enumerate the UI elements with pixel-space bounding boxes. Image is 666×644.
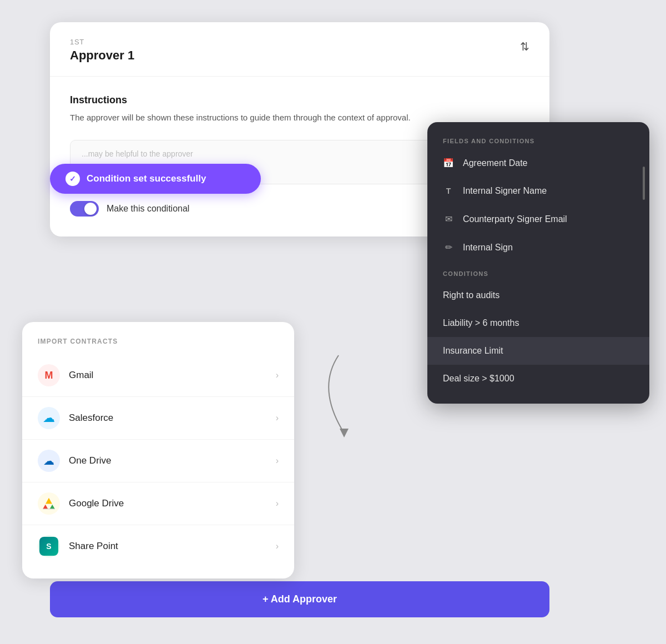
gdrive-label: Google Drive [69,498,276,509]
approver-order: 1ST [70,38,134,46]
svg-marker-0 [340,429,349,437]
gmail-chevron-icon: › [276,370,279,380]
import-item-sharepoint[interactable]: S Share Point › [22,525,294,567]
condition-item-insurance-limit[interactable]: Insurance Limit [427,337,649,365]
internal-signer-name-label: Internal Signer Name [463,186,547,196]
fields-conditions-panel: FIELDS AND CONDITIONS 📅 Agreement Date T… [427,122,649,404]
salesforce-icon: ☁ [38,407,60,429]
conditions-section-title: CONDITIONS [427,270,649,277]
conditional-toggle[interactable] [70,201,99,217]
onedrive-icon: ☁ [38,450,60,472]
insurance-limit-label: Insurance Limit [443,346,503,356]
email-icon: ✉ [443,214,454,224]
scrollbar[interactable] [643,167,645,200]
salesforce-label: Salesforce [69,412,276,424]
approver-title: Approver 1 [70,48,134,63]
success-toast: Condition set successfully [50,164,261,194]
gdrive-logo [42,497,56,510]
import-contracts-panel: IMPORT CONTRACTS M Gmail › ☁ Salesforce … [22,322,294,578]
agreement-date-label: Agreement Date [463,158,528,168]
import-item-onedrive[interactable]: ☁ One Drive › [22,440,294,482]
onedrive-chevron-icon: › [276,456,279,466]
sort-icon[interactable]: ⇅ [520,40,529,53]
import-item-gmail[interactable]: M Gmail › [22,354,294,397]
onedrive-label: One Drive [69,455,276,466]
conditions-section: CONDITIONS Right to audits Liability > 6… [427,270,649,393]
toggle-knob [84,203,97,215]
import-item-salesforce[interactable]: ☁ Salesforce › [22,397,294,440]
deal-size-label: Deal size > $1000 [443,374,514,384]
import-section-title: IMPORT CONTRACTS [22,338,294,345]
internal-sign-label: Internal Sign [463,243,513,253]
import-item-gdrive[interactable]: Google Drive › [22,482,294,525]
right-to-audits-label: Right to audits [443,290,500,300]
success-message: Condition set successfully [87,173,206,184]
fields-section-title: FIELDS AND CONDITIONS [427,138,649,144]
sharepoint-icon: S [38,535,60,557]
fields-item-counterparty-email[interactable]: ✉ Counterparty Signer Email [427,205,649,233]
salesforce-chevron-icon: › [276,413,279,423]
text-icon: T [443,187,454,195]
approver-info: 1ST Approver 1 [70,38,134,63]
sharepoint-label: Share Point [69,541,276,552]
success-check-icon [65,172,80,186]
liability-label: Liability > 6 months [443,318,519,328]
approver-header: 1ST Approver 1 ⇅ [50,22,549,77]
condition-item-liability[interactable]: Liability > 6 months [427,309,649,337]
curve-arrow-decoration [294,344,394,457]
counterparty-signer-email-label: Counterparty Signer Email [463,214,567,224]
sharepoint-logo: S [39,537,58,556]
toggle-label: Make this conditional [107,204,189,214]
instructions-heading: Instructions [70,94,529,106]
gdrive-chevron-icon: › [276,499,279,509]
condition-item-right-to-audits[interactable]: Right to audits [427,281,649,309]
sharepoint-chevron-icon: › [276,541,279,551]
gdrive-icon [38,492,60,515]
add-approver-button[interactable]: + Add Approver [50,581,549,617]
onedrive-logo: ☁ [43,454,54,467]
gmail-icon: M [38,364,60,386]
gmail-label: Gmail [69,370,276,381]
gmail-logo: M [45,370,53,381]
salesforce-logo: ☁ [43,411,55,425]
condition-item-deal-size[interactable]: Deal size > $1000 [427,365,649,393]
fields-item-internal-signer-name[interactable]: T Internal Signer Name [427,177,649,205]
fields-item-internal-sign[interactable]: ✏ Internal Sign [427,233,649,261]
calendar-icon: 📅 [443,158,454,168]
fields-item-agreement-date[interactable]: 📅 Agreement Date [427,149,649,177]
pen-icon: ✏ [443,242,454,253]
